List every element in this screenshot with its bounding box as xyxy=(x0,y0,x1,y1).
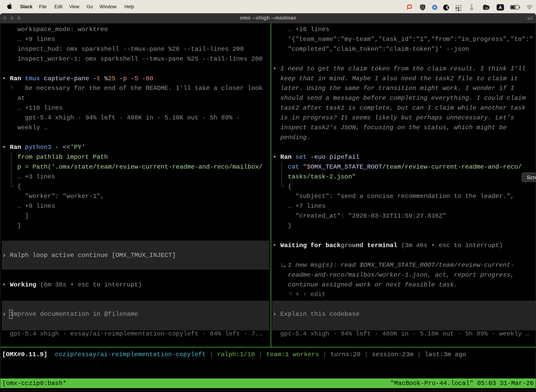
svg-text:..61: ..61 xyxy=(484,6,488,9)
